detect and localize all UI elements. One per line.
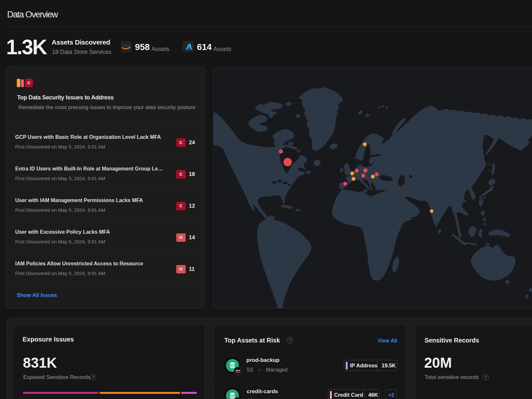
svg-text:aws: aws bbox=[123, 44, 129, 47]
svg-text:aws: aws bbox=[236, 369, 240, 372]
